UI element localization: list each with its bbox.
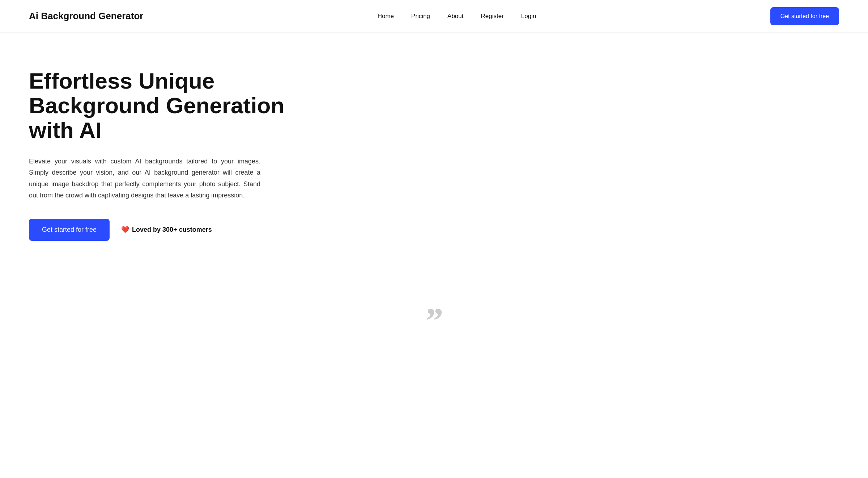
heart-icon: ❤️ [121, 226, 129, 234]
social-proof: ❤️ Loved by 300+ customers [121, 226, 212, 234]
nav-home[interactable]: Home [378, 13, 394, 20]
navbar-cta-button[interactable]: Get started for free [770, 7, 839, 25]
brand-logo[interactable]: Ai Background Generator [29, 10, 143, 22]
social-proof-text: Loved by 300+ customers [132, 226, 212, 234]
hero-description: Elevate your visuals with custom AI back… [29, 156, 260, 201]
nav-register[interactable]: Register [481, 13, 503, 20]
navbar: Ai Background Generator Home Pricing Abo… [0, 0, 868, 33]
nav-links: Home Pricing About Register Login [378, 13, 536, 20]
nav-pricing[interactable]: Pricing [411, 13, 430, 20]
hero-actions: Get started for free ❤️ Loved by 300+ cu… [29, 219, 297, 241]
nav-login[interactable]: Login [521, 13, 536, 20]
hero-cta-button[interactable]: Get started for free [29, 219, 110, 241]
quote-section: ,, [0, 263, 868, 328]
hero-title: Effortless Unique Background Generation … [29, 69, 297, 143]
nav-about[interactable]: About [447, 13, 463, 20]
hero-section: Effortless Unique Background Generation … [0, 33, 326, 263]
quote-marks: ,, [426, 284, 442, 320]
